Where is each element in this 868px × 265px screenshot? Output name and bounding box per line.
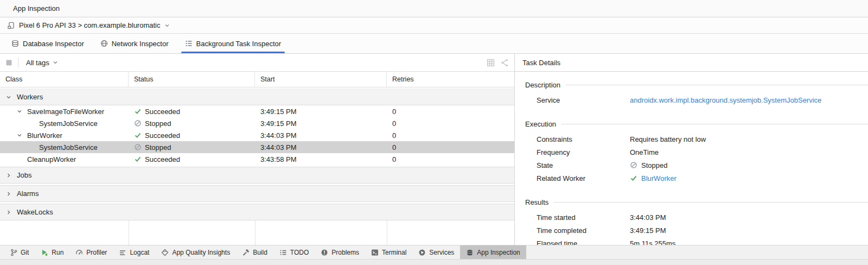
section-results: Results: [525, 197, 868, 207]
build-hammer-icon: [242, 249, 250, 256]
detail-value: 3:44:03 PM: [630, 213, 666, 222]
status-cell: Succeeded: [129, 153, 255, 165]
background-task-inspector-panel: All tags Class Status Start Retries: [0, 54, 868, 245]
section-title-text: Execution: [525, 120, 556, 128]
toolbar-item-profiler[interactable]: Profiler: [69, 245, 113, 259]
toolbar-item-label: Services: [429, 249, 454, 256]
chevron-down-icon[interactable]: [16, 132, 23, 138]
stopped-icon: [134, 143, 142, 151]
detail-row-time-started: Time started 3:44:03 PM: [537, 211, 868, 224]
table-empty-area: [0, 220, 514, 245]
toolbar-item-app-inspection[interactable]: App Inspection: [460, 245, 526, 259]
related-worker-link[interactable]: BlurWorker: [641, 174, 676, 182]
all-tags-dropdown[interactable]: All tags: [24, 59, 61, 67]
toolbar-item-git[interactable]: Git: [4, 245, 35, 259]
tab-database-inspector[interactable]: Database Inspector: [3, 34, 92, 53]
column-header-start[interactable]: Start: [255, 72, 387, 87]
retries-cell: 0: [387, 117, 514, 129]
profiler-icon: [75, 249, 83, 256]
tool-window-titlebar: App Inspection: [0, 0, 868, 17]
chevron-down-icon: [5, 94, 12, 100]
toolbar-item-todo[interactable]: TODO: [273, 245, 315, 259]
detail-label: Time completed: [537, 226, 630, 235]
service-link[interactable]: androidx.work.impl.background.systemjob.…: [630, 96, 821, 104]
toolbar-item-label: Problems: [331, 249, 359, 256]
table-row[interactable]: CleanupWorker Succeeded 3:43:58 PM 0: [0, 153, 514, 165]
inspector-tabs: Database Inspector Network Inspector Bac…: [0, 34, 868, 54]
all-tags-label: All tags: [26, 59, 49, 67]
toolbar-item-app-quality-insights[interactable]: App Quality Insights: [155, 245, 236, 259]
status-bar-strip: [0, 259, 868, 265]
toolbar-item-logcat[interactable]: Logcat: [113, 245, 155, 259]
detail-row-state: State Stopped: [537, 159, 868, 172]
task-table-toolbar: All tags: [0, 54, 514, 72]
class-cell: SystemJobService: [0, 141, 129, 153]
retries-cell: 0: [387, 141, 514, 153]
detail-label: Service: [537, 96, 630, 104]
tool-window-title: App Inspection: [13, 4, 60, 12]
tab-network-inspector[interactable]: Network Inspector: [92, 34, 177, 53]
check-icon: [630, 174, 637, 182]
class-cell: SystemJobService: [0, 117, 129, 129]
device-process-bar[interactable]: Pixel 6 Pro API 33 > com.example.bluroma…: [0, 17, 868, 34]
toolbar-item-build[interactable]: Build: [236, 245, 273, 259]
retries-cell: 0: [387, 129, 514, 141]
toolbar-item-label: TODO: [290, 249, 309, 256]
section-title-text: Results: [525, 198, 548, 206]
terminal-icon: [371, 249, 379, 256]
group-row-workers[interactable]: Workers: [0, 89, 514, 105]
detail-label: Elapsed time: [537, 239, 630, 245]
chevron-right-icon: [5, 209, 12, 216]
detail-row-frequency: Frequency OneTime: [537, 146, 868, 159]
column-header-status[interactable]: Status: [129, 72, 255, 87]
table-row[interactable]: SystemJobService Stopped 3:49:15 PM 0: [0, 117, 514, 129]
detail-value: Stopped: [641, 161, 667, 169]
status-cell: Succeeded: [129, 105, 255, 117]
globe-icon: [100, 40, 108, 47]
toolbar-item-label: Build: [253, 249, 267, 256]
task-details-pane: Task Details Description Service android…: [514, 54, 868, 245]
chevron-down-icon: [52, 59, 59, 66]
detail-value: Requires battery not low: [630, 135, 706, 143]
section-execution: Execution: [525, 118, 868, 129]
toolbar-item-terminal[interactable]: Terminal: [365, 245, 412, 259]
toolbar-item-label: Run: [52, 249, 63, 256]
check-icon: [134, 155, 142, 163]
tab-background-task-inspector[interactable]: Background Task Inspector: [177, 34, 290, 53]
start-cell: 3:49:15 PM: [255, 117, 387, 129]
group-row-alarms[interactable]: Alarms: [0, 185, 514, 202]
start-cell: 3:49:15 PM: [255, 105, 387, 117]
chevron-down-icon[interactable]: [16, 108, 23, 115]
column-divider: [129, 220, 129, 245]
device-process-selector-label: Pixel 6 Pro API 33 > com.example.bluroma…: [19, 21, 160, 29]
group-row-wakelocks[interactable]: WakeLocks: [0, 204, 514, 220]
table-row[interactable]: BlurWorker Succeeded 3:44:03 PM 0: [0, 129, 514, 141]
detail-label: State: [537, 161, 630, 169]
stop-square-icon[interactable]: [5, 59, 12, 66]
table-row[interactable]: SaveImageToFileWorker Succeeded 3:49:15 …: [0, 105, 514, 117]
toolbar-item-run[interactable]: Run: [35, 245, 69, 259]
section-rule: [554, 202, 868, 203]
start-cell: 3:44:03 PM: [255, 141, 387, 153]
group-label: Workers: [17, 93, 43, 101]
column-header-class[interactable]: Class: [0, 72, 129, 87]
toolbar-item-label: Profiler: [86, 249, 107, 256]
status-cell: Stopped: [129, 117, 255, 129]
group-row-jobs[interactable]: Jobs: [0, 167, 514, 184]
toolbar-item-label: App Inspection: [477, 249, 520, 256]
run-icon: [41, 249, 48, 256]
column-header-retries[interactable]: Retries: [387, 72, 514, 87]
task-details-title: Task Details: [522, 59, 560, 67]
column-divider: [387, 220, 387, 245]
start-cell: 3:43:58 PM: [255, 153, 387, 165]
graph-view-icon[interactable]: [500, 59, 509, 67]
table-row-selected[interactable]: SystemJobService Stopped 3:44:03 PM 0: [0, 141, 514, 153]
retries-cell: 0: [387, 153, 514, 165]
group-label: Jobs: [17, 171, 31, 179]
toolbar-item-services[interactable]: Services: [412, 245, 460, 259]
retries-cell: 0: [387, 105, 514, 117]
toolbar-item-label: Logcat: [130, 249, 149, 256]
detail-value: 5m 11s 255ms: [630, 239, 675, 245]
table-view-icon[interactable]: [487, 59, 495, 67]
toolbar-item-problems[interactable]: Problems: [315, 245, 365, 259]
